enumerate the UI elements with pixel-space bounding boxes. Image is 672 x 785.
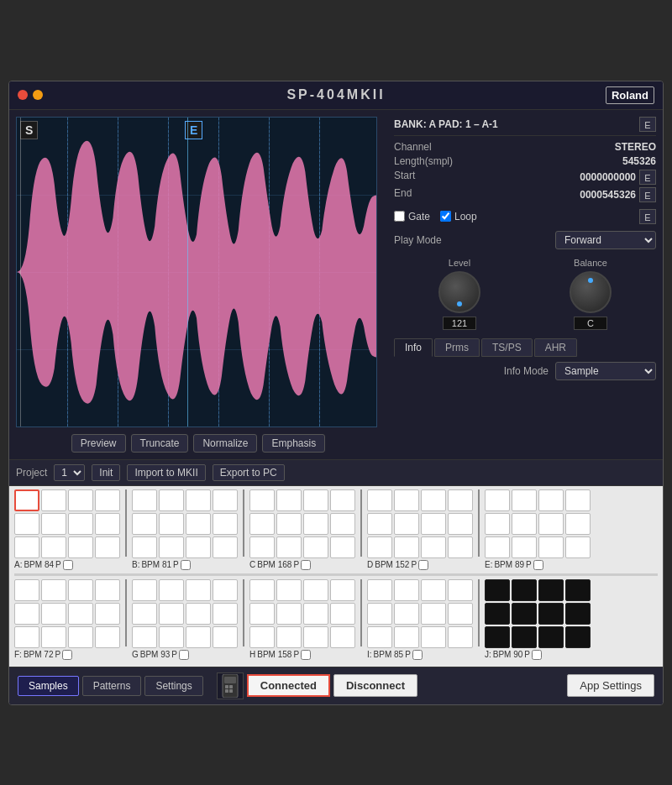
pad-b7[interactable]: [186, 513, 211, 535]
pad-j8[interactable]: [565, 603, 591, 625]
close-button[interactable]: [18, 90, 28, 100]
pad-d4[interactable]: [448, 489, 473, 511]
pad-c10[interactable]: [276, 536, 302, 558]
init-button[interactable]: Init: [92, 464, 120, 481]
import-button[interactable]: Import to MKII: [127, 464, 205, 481]
pad-d1[interactable]: [367, 489, 392, 511]
pad-c4[interactable]: [330, 489, 355, 511]
pad-j12[interactable]: [565, 626, 591, 648]
bank-b-p-checkbox[interactable]: [181, 560, 191, 570]
pad-c3[interactable]: [303, 489, 328, 511]
pad-c9[interactable]: [249, 536, 275, 558]
pad-e7[interactable]: [538, 513, 564, 535]
pad-a12[interactable]: [95, 536, 120, 558]
pad-d3[interactable]: [421, 489, 446, 511]
pad-f1[interactable]: [14, 579, 39, 601]
pad-d7[interactable]: [421, 513, 446, 535]
pad-f10[interactable]: [41, 626, 66, 648]
pad-e2[interactable]: [512, 489, 537, 511]
pad-e11[interactable]: [538, 536, 564, 558]
start-e-button[interactable]: E: [639, 170, 656, 185]
pad-a6[interactable]: [41, 513, 66, 535]
pad-j7[interactable]: [538, 603, 564, 625]
pad-i3[interactable]: [421, 579, 446, 601]
pad-c5[interactable]: [249, 513, 275, 535]
pad-g8[interactable]: [213, 603, 238, 625]
samples-tab[interactable]: Samples: [18, 676, 79, 696]
pad-f8[interactable]: [95, 603, 120, 625]
pad-j11[interactable]: [538, 626, 564, 648]
pad-g4[interactable]: [213, 579, 238, 601]
bank-j-p-checkbox[interactable]: [532, 650, 542, 660]
bank-c-p-checkbox[interactable]: [301, 560, 311, 570]
gate-checkbox[interactable]: [394, 211, 405, 222]
pad-b12[interactable]: [213, 536, 238, 558]
pad-g12[interactable]: [213, 626, 238, 648]
bank-e-p-checkbox[interactable]: [533, 560, 543, 570]
pad-j4[interactable]: [565, 579, 591, 601]
pad-d9[interactable]: [367, 536, 392, 558]
pad-j2[interactable]: [512, 579, 537, 601]
tab-tsps[interactable]: TS/PS: [481, 338, 533, 357]
pad-b8[interactable]: [213, 513, 238, 535]
pad-e5[interactable]: [485, 513, 510, 535]
bank-g-p-checkbox[interactable]: [179, 650, 189, 660]
pad-j9[interactable]: [485, 626, 510, 648]
pad-f12[interactable]: [95, 626, 120, 648]
settings-tab[interactable]: Settings: [144, 676, 202, 696]
pad-j1[interactable]: [485, 579, 510, 601]
tab-info[interactable]: Info: [394, 338, 433, 357]
pad-e4[interactable]: [565, 489, 591, 511]
pad-a2[interactable]: [41, 489, 66, 511]
pad-g10[interactable]: [159, 626, 184, 648]
pad-i9[interactable]: [367, 626, 392, 648]
emphasis-button[interactable]: Emphasis: [262, 434, 325, 453]
bank-a-p-checkbox[interactable]: [63, 560, 73, 570]
pad-i2[interactable]: [394, 579, 419, 601]
pad-c8[interactable]: [330, 513, 355, 535]
pad-h1[interactable]: [249, 579, 275, 601]
pad-h12[interactable]: [330, 626, 355, 648]
pad-f11[interactable]: [68, 626, 93, 648]
pad-h4[interactable]: [330, 579, 355, 601]
pad-b2[interactable]: [159, 489, 184, 511]
pad-f4[interactable]: [95, 579, 120, 601]
pad-i10[interactable]: [394, 626, 419, 648]
pad-b9[interactable]: [132, 536, 157, 558]
level-knob[interactable]: [438, 271, 480, 313]
pad-a10[interactable]: [41, 536, 66, 558]
pad-j6[interactable]: [512, 603, 537, 625]
pad-e6[interactable]: [512, 513, 537, 535]
pad-i1[interactable]: [367, 579, 392, 601]
pad-f2[interactable]: [41, 579, 66, 601]
pad-f5[interactable]: [14, 603, 39, 625]
pad-c11[interactable]: [303, 536, 328, 558]
tab-prms[interactable]: Prms: [434, 338, 480, 357]
pad-e1[interactable]: [485, 489, 510, 511]
pad-i5[interactable]: [367, 603, 392, 625]
pad-f9[interactable]: [14, 626, 39, 648]
pad-i7[interactable]: [421, 603, 446, 625]
pad-h9[interactable]: [249, 626, 275, 648]
pad-a11[interactable]: [68, 536, 93, 558]
pad-i6[interactable]: [394, 603, 419, 625]
pad-g3[interactable]: [186, 579, 211, 601]
pad-d11[interactable]: [421, 536, 446, 558]
preview-button[interactable]: Preview: [71, 434, 126, 453]
loop-checkbox[interactable]: [440, 211, 451, 222]
pad-b10[interactable]: [159, 536, 184, 558]
pad-d8[interactable]: [448, 513, 473, 535]
pad-h3[interactable]: [303, 579, 328, 601]
minimize-button[interactable]: [33, 90, 43, 100]
pad-f6[interactable]: [41, 603, 66, 625]
normalize-button[interactable]: Normalize: [193, 434, 257, 453]
pad-g7[interactable]: [186, 603, 211, 625]
pad-g2[interactable]: [159, 579, 184, 601]
bank-d-p-checkbox[interactable]: [418, 560, 428, 570]
end-e-button[interactable]: E: [639, 187, 656, 202]
pad-e3[interactable]: [538, 489, 564, 511]
pad-c7[interactable]: [303, 513, 328, 535]
pad-d5[interactable]: [367, 513, 392, 535]
disconnect-button[interactable]: Disconnect: [333, 674, 417, 697]
pad-b3[interactable]: [186, 489, 211, 511]
